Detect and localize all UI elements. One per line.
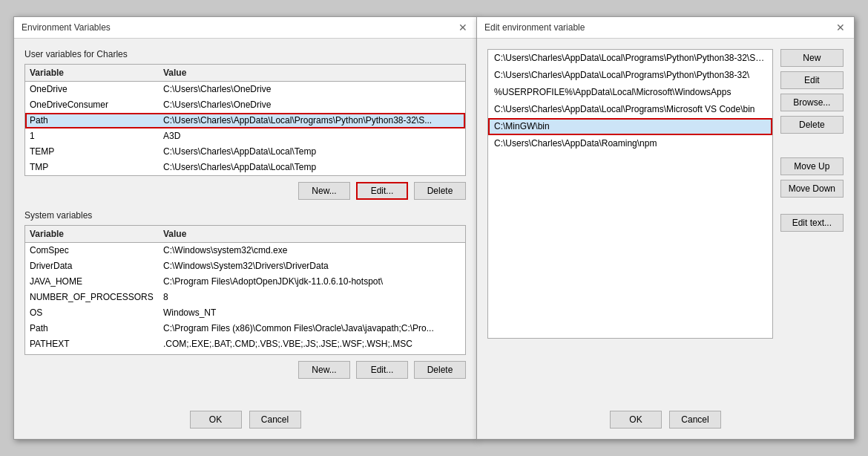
user-row-variable: TEMP xyxy=(30,146,163,157)
user-table-row[interactable]: OneDrive C:\Users\Charles\OneDrive xyxy=(25,82,465,97)
system-table-row[interactable]: Path C:\Program Files (x86)\Common Files… xyxy=(25,321,465,336)
env-dialog-content: User variables for Charles Variable Valu… xyxy=(14,39,476,403)
user-btn-row: New... Edit... Delete xyxy=(24,182,466,200)
user-table-row[interactable]: OneDriveConsumer C:\Users\Charles\OneDri… xyxy=(25,97,465,113)
user-edit-button[interactable]: Edit... xyxy=(356,182,408,200)
edit-list-item[interactable]: C:\Users\Charles\AppData\Local\Programs\… xyxy=(488,101,772,118)
user-variables-table: Variable Value OneDrive C:\Users\Charles… xyxy=(24,64,466,176)
user-row-value: C:\Users\Charles\AppData\Local\Temp xyxy=(163,162,461,172)
user-table-row[interactable]: 1 A3D xyxy=(25,128,465,144)
env-ok-button[interactable]: OK xyxy=(190,411,242,429)
user-row-variable: OneDrive xyxy=(30,84,163,94)
user-col-variable: Variable xyxy=(30,68,163,78)
edit-list-item[interactable]: C:\MinGW\bin xyxy=(488,118,772,135)
edit-btn-col: New Edit Browse... Delete Move Up Move D… xyxy=(780,49,844,403)
user-row-value: C:\Users\Charles\OneDrive xyxy=(163,100,461,110)
system-row-value: C:\Program Files (x86)\Common Files\Orac… xyxy=(163,323,461,333)
system-col-variable: Variable xyxy=(30,229,163,239)
user-section-label: User variables for Charles xyxy=(24,49,466,59)
system-row-value: 8 xyxy=(163,292,461,302)
system-delete-button[interactable]: Delete xyxy=(414,361,466,379)
system-row-value: .COM;.EXE;.BAT;.CMD;.VBS;.VBE;.JS;.JSE;.… xyxy=(163,339,461,349)
system-row-value: C:\Windows\System32\Drivers\DriverData xyxy=(163,261,461,271)
edit-new-button[interactable]: New xyxy=(780,49,844,67)
user-delete-button[interactable]: Delete xyxy=(414,182,466,200)
system-variables-section: System variables Variable Value ComSpec … xyxy=(24,210,466,379)
user-row-variable: Path xyxy=(30,115,163,126)
user-new-button[interactable]: New... xyxy=(298,182,350,200)
system-new-button[interactable]: New... xyxy=(298,361,350,379)
btn-spacer xyxy=(780,138,844,153)
edit-env-dialog: Edit environment variable ✕ C:\Users\Cha… xyxy=(476,16,855,440)
edit-dialog-bottom: OK Cancel xyxy=(487,403,844,429)
user-table-body: OneDrive C:\Users\Charles\OneDrive OneDr… xyxy=(25,82,465,175)
edit-list-container: C:\Users\Charles\AppData\Local\Programs\… xyxy=(487,49,773,339)
system-row-variable: DriverData xyxy=(30,261,163,271)
system-table-row[interactable]: OS Windows_NT xyxy=(25,305,465,321)
user-row-variable: TMP xyxy=(30,162,163,172)
env-cancel-button[interactable]: Cancel xyxy=(249,411,301,429)
system-table-row[interactable]: DriverData C:\Windows\System32\Drivers\D… xyxy=(25,258,465,274)
user-row-value: C:\Users\Charles\OneDrive xyxy=(163,84,461,94)
env-dialog-close-button[interactable]: ✕ xyxy=(457,22,469,33)
edit-ok-button[interactable]: OK xyxy=(610,411,662,429)
system-row-variable: JAVA_HOME xyxy=(30,276,163,287)
env-dialog-bottom: OK Cancel xyxy=(14,403,476,439)
system-table-header: Variable Value xyxy=(25,226,465,243)
system-table-row[interactable]: JAVA_HOME C:\Program Files\AdoptOpenJDK\… xyxy=(25,274,465,290)
edit-delete-button[interactable]: Delete xyxy=(780,116,844,134)
system-edit-button[interactable]: Edit... xyxy=(356,361,408,379)
user-row-value: A3D xyxy=(163,131,461,141)
user-table-row[interactable]: TMP C:\Users\Charles\AppData\Local\Temp xyxy=(25,160,465,175)
env-dialog-title: Environment Variables xyxy=(22,22,111,33)
edit-list-item[interactable]: %USERPROFILE%\AppData\Local\Microsoft\Wi… xyxy=(488,84,772,101)
edit-browse-button[interactable]: Browse... xyxy=(780,94,844,111)
edit-list-item[interactable]: C:\Users\Charles\AppData\Local\Programs\… xyxy=(488,67,772,84)
system-table-row[interactable]: ComSpec C:\Windows\system32\cmd.exe xyxy=(25,243,465,258)
system-row-value: C:\Program Files\AdoptOpenJDK\jdk-11.0.6… xyxy=(163,276,461,287)
user-row-variable: OneDriveConsumer xyxy=(30,100,163,110)
edit-list-col: C:\Users\Charles\AppData\Local\Programs\… xyxy=(487,49,773,403)
system-row-variable: Path xyxy=(30,323,163,333)
edit-list-item[interactable]: C:\Users\Charles\AppData\Local\Programs\… xyxy=(488,50,772,67)
user-row-value: C:\Users\Charles\AppData\Local\Temp xyxy=(163,146,461,157)
system-row-variable: PATHEXT xyxy=(30,339,163,349)
edit-dialog-title: Edit environment variable xyxy=(484,22,585,33)
system-col-value: Value xyxy=(163,229,461,239)
system-row-variable: ComSpec xyxy=(30,245,163,255)
user-col-value: Value xyxy=(163,68,461,78)
system-table-row[interactable]: PATHEXT .COM;.EXE;.BAT;.CMD;.VBS;.VBE;.J… xyxy=(25,336,465,352)
system-row-variable: NUMBER_OF_PROCESSORS xyxy=(30,292,163,302)
system-table-body: ComSpec C:\Windows\system32\cmd.exe Driv… xyxy=(25,243,465,354)
system-variables-table: Variable Value ComSpec C:\Windows\system… xyxy=(24,225,466,355)
user-table-row[interactable]: TEMP C:\Users\Charles\AppData\Local\Temp xyxy=(25,144,465,160)
user-table-header: Variable Value xyxy=(25,65,465,82)
edit-dialog-close-button[interactable]: ✕ xyxy=(835,22,846,33)
user-row-variable: 1 xyxy=(30,131,163,141)
env-dialog-title-bar: Environment Variables ✕ xyxy=(14,17,476,39)
edit-list-item[interactable]: C:\Users\Charles\AppData\Roaming\npm xyxy=(488,135,772,152)
user-variables-section: User variables for Charles Variable Valu… xyxy=(24,49,466,200)
user-table-row[interactable]: Path C:\Users\Charles\AppData\Local\Prog… xyxy=(25,113,465,128)
system-table-row[interactable]: NUMBER_OF_PROCESSORS 8 xyxy=(25,290,465,305)
edit-dialog-inner: C:\Users\Charles\AppData\Local\Programs\… xyxy=(487,49,844,403)
edit-edit-button[interactable]: Edit xyxy=(780,71,844,89)
system-section-label: System variables xyxy=(24,210,466,221)
edit-move-up-button[interactable]: Move Up xyxy=(780,157,844,175)
system-row-variable: OS xyxy=(30,307,163,318)
dialogs-container: Environment Variables ✕ User variables f… xyxy=(13,16,855,440)
system-row-value: Windows_NT xyxy=(163,307,461,318)
env-variables-dialog: Environment Variables ✕ User variables f… xyxy=(13,16,477,440)
edit-text-button[interactable]: Edit text... xyxy=(780,214,844,232)
btn-spacer2 xyxy=(780,202,844,209)
user-row-value: C:\Users\Charles\AppData\Local\Programs\… xyxy=(163,115,461,126)
edit-dialog-content: C:\Users\Charles\AppData\Local\Programs\… xyxy=(477,39,854,439)
edit-move-down-button[interactable]: Move Down xyxy=(780,180,844,198)
system-row-value: C:\Windows\system32\cmd.exe xyxy=(163,245,461,255)
edit-dialog-title-bar: Edit environment variable ✕ xyxy=(477,17,854,39)
system-btn-row: New... Edit... Delete xyxy=(24,361,466,379)
edit-cancel-button[interactable]: Cancel xyxy=(669,411,721,429)
